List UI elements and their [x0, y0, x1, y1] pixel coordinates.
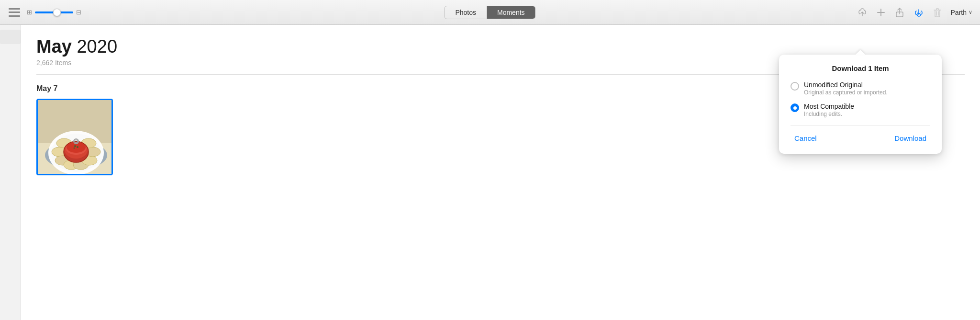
content-area: May 2020 2,662 Items May 7: [0, 25, 980, 320]
svg-point-24: [77, 146, 78, 148]
zoom-slider[interactable]: [35, 11, 73, 13]
sidebar: [0, 25, 21, 320]
most-compatible-option[interactable]: Most Compatible Including edits.: [791, 103, 930, 117]
download-popover: Download 1 Item Unmodified Original Orig…: [779, 55, 942, 154]
unmodified-original-option[interactable]: Unmodified Original Original as captured…: [791, 81, 930, 96]
tab-moments[interactable]: Moments: [487, 6, 535, 19]
popover-divider: [791, 125, 930, 126]
photo-thumbnail[interactable]: [36, 99, 113, 175]
toolbar-center: Photos Moments: [444, 6, 535, 19]
year-label: 2020: [77, 36, 117, 57]
svg-point-25: [74, 148, 75, 149]
option-text-compatible: Most Compatible Including edits.: [804, 103, 854, 117]
download-button[interactable]: Download: [891, 132, 930, 144]
radio-most-compatible[interactable]: [791, 103, 799, 112]
sidebar-toggle-button[interactable]: [8, 7, 21, 18]
trash-icon[interactable]: [933, 7, 942, 18]
month-title: May 2020: [36, 36, 965, 57]
download-icon[interactable]: [913, 7, 924, 18]
toolbar-right: Parth ∨: [857, 7, 972, 18]
main-panel: May 2020 2,662 Items May 7: [21, 25, 980, 320]
food-photo-svg: [38, 100, 113, 175]
zoom-small-icon: ⊞: [27, 9, 32, 16]
view-mode-control: Photos Moments: [444, 6, 535, 19]
cancel-button[interactable]: Cancel: [791, 132, 821, 144]
profile-name: Parth: [951, 9, 967, 16]
popover-title: Download 1 Item: [791, 64, 930, 72]
svg-point-23: [74, 145, 76, 147]
popover-actions: Cancel Download: [791, 132, 930, 144]
option-text-unmodified: Unmodified Original Original as captured…: [804, 81, 888, 96]
add-icon[interactable]: [876, 8, 886, 17]
option2-label: Most Compatible: [804, 103, 854, 110]
zoom-large-icon: ⊟: [76, 9, 81, 16]
option2-desc: Including edits.: [804, 111, 854, 117]
popover-arrow: [856, 50, 865, 55]
option1-label: Unmodified Original: [804, 81, 888, 89]
month-label: May: [36, 36, 72, 57]
zoom-control: ⊞ ⊟: [27, 9, 81, 16]
option1-desc: Original as captured or imported.: [804, 89, 888, 96]
profile-chevron-icon: ∨: [969, 9, 972, 15]
toolbar-left: ⊞ ⊟: [8, 7, 857, 18]
upload-icloud-icon[interactable]: [857, 7, 868, 18]
tab-photos[interactable]: Photos: [445, 6, 487, 19]
toolbar: ⊞ ⊟ Photos Moments: [0, 0, 980, 25]
profile-button[interactable]: Parth ∨: [951, 9, 972, 16]
radio-unmodified[interactable]: [791, 82, 799, 91]
share-icon[interactable]: [894, 7, 905, 18]
